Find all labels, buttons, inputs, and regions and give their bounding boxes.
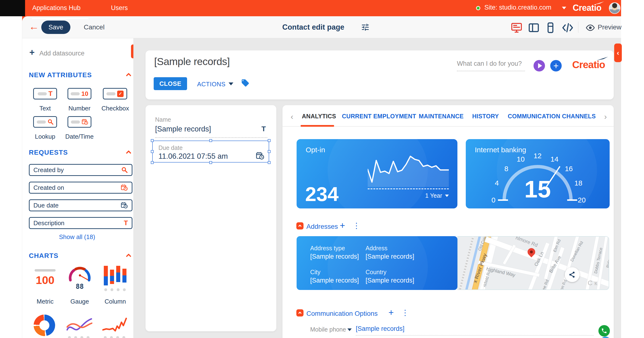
due-date-widget-selected[interactable]: Due date 11.06.2021 07:55 am [152,140,269,162]
add-button[interactable]: + [550,60,562,71]
addresses-collapse-button[interactable] [296,222,304,230]
tabs-scroll-left-icon[interactable]: ‹ [290,112,293,121]
gauge-chart-icon[interactable] [67,265,92,285]
resize-handle[interactable] [268,161,270,164]
play-button[interactable] [534,60,545,71]
back-arrow-icon[interactable]: ← [29,22,39,32]
resize-handle[interactable] [209,161,212,164]
field-created-on[interactable]: Created on [29,182,132,194]
address-type-value: [Sample records] [310,253,359,260]
communication-menu-button[interactable]: ⋮ [401,309,409,316]
line-multi-chart-icon[interactable] [66,317,92,334]
tab-communication-channels[interactable]: COMMUNICATION CHANNELS [508,113,596,120]
resize-handle[interactable] [151,161,154,164]
tablet-view-icon[interactable] [528,22,540,34]
gauge-tick-label: 16 [565,165,573,173]
preview-button[interactable]: Preview [598,24,622,31]
resize-handle[interactable] [268,139,270,142]
internet-banking-widget[interactable]: Internet banking 0 4 8 10 12 14 16 18 20… [466,139,610,209]
communication-section-title[interactable]: Communication Options [306,310,378,317]
address-card[interactable]: Address type [Sample records] Address [S… [296,236,458,290]
tab-analytics[interactable]: ANALYTICS [302,113,336,120]
code-view-icon[interactable] [562,22,573,34]
line-chart-icon[interactable] [102,317,127,334]
field-created-by-label: Created by [34,166,121,174]
tile-checkbox-attribute[interactable]: ✓ [103,88,127,99]
map-share-button[interactable] [565,267,580,282]
resize-handle[interactable] [268,150,270,153]
tabs-scroll-right-icon[interactable]: › [604,112,607,121]
tab-current-employment[interactable]: CURRENT EMPLOYMENT [342,113,416,120]
section-charts-collapse-icon[interactable] [126,254,132,259]
add-datasource-button[interactable]: Add datasource [39,50,84,57]
actions-caret-down-icon[interactable] [228,82,233,85]
optin-widget[interactable]: Opt-in 1 Year 234 [296,139,458,209]
section-new-attributes-collapse-icon[interactable] [126,73,132,78]
communication-collapse-button[interactable] [296,309,304,316]
page-settings-icon[interactable] [361,23,370,32]
addresses-menu-button[interactable]: ⋮ [353,222,360,230]
actions-button[interactable]: ACTIONS [197,81,226,88]
phone-view-icon[interactable] [545,22,556,34]
section-requests-collapse-icon[interactable] [126,150,132,156]
nav-applications-hub[interactable]: Applications Hub [32,4,81,12]
page-title: Contact edit page [282,23,344,32]
search-icon [121,166,128,173]
nav-users[interactable]: Users [111,4,128,12]
address-map[interactable]: Old Colo hlmore Rd Elm Rd Donellan Rd Do… [458,236,609,290]
optin-sparkline [368,153,449,187]
tag-icon[interactable] [241,79,250,87]
due-date-label: Due date [158,144,182,151]
tile-lookup-label: Lookup [31,133,60,140]
tile-text-attribute[interactable]: T [33,88,57,99]
addresses-add-button[interactable]: + [340,221,345,230]
tile-metric-label: Metric [31,298,60,305]
communication-add-button[interactable]: + [388,308,394,317]
message-button-partial[interactable] [600,336,611,338]
metric-chart-icon[interactable] [34,269,56,272]
calendar-clock-icon[interactable] [256,151,264,160]
phone-underline [356,335,594,335]
metric-chart-value[interactable]: 100 [31,273,60,287]
optin-period-select[interactable]: 1 Year [425,192,442,199]
avatar[interactable] [609,3,620,14]
site-selector[interactable]: Site: studio.creatio.com [484,4,552,11]
close-button[interactable]: CLOSE [154,77,187,90]
field-description[interactable]: Description T [29,217,132,229]
tile-number-attribute[interactable]: 10 [68,88,92,99]
phone-type-caret-down-icon[interactable] [348,328,352,331]
phone-type-select[interactable]: Mobile phone [310,326,346,333]
sidebar-collapse-tab[interactable]: ‹ [131,45,134,58]
column-chart-icon[interactable] [103,265,128,286]
show-all-link[interactable]: Show all (18) [22,233,132,241]
addresses-section-title[interactable]: Addresses [306,223,338,230]
donut-chart-icon[interactable] [34,314,55,336]
field-due-date[interactable]: Due date [29,199,132,211]
line-multi-chart-dots [68,336,90,338]
tile-lookup-attribute[interactable] [33,116,57,128]
tab-history[interactable]: HISTORY [472,113,499,120]
tab-maintenance[interactable]: MAINTENANCE [419,113,464,120]
assistant-input[interactable]: What can I do for you? [457,60,525,71]
due-date-value[interactable]: 11.06.2021 07:55 am [158,152,228,161]
cancel-button[interactable]: Cancel [84,24,104,31]
right-panel-collapse-tab[interactable]: ‹ [614,44,622,62]
add-datasource-plus-icon[interactable]: + [29,48,34,57]
eye-icon[interactable] [585,23,595,33]
desktop-view-icon[interactable] [511,22,522,34]
call-button[interactable] [598,325,610,336]
name-field-value[interactable]: [Sample records] [155,125,211,133]
resize-handle[interactable] [209,139,212,142]
resize-handle[interactable] [151,139,154,142]
tile-datetime-attribute[interactable] [68,116,92,128]
site-caret-down-icon[interactable] [562,7,566,9]
resize-handle[interactable] [151,150,154,153]
gauge-area: 0 4 8 10 12 14 16 18 20 15 [480,149,595,206]
optin-period-caret-icon[interactable] [445,195,449,197]
phone-value[interactable]: [Sample records] [356,325,404,332]
field-created-by[interactable]: Created by [29,164,132,176]
calendar-clock-icon [121,202,128,209]
section-new-attributes-title: NEW ATTRIBUTES [29,71,92,79]
toolbar-divider [578,22,578,33]
save-button[interactable]: Save [41,21,70,34]
